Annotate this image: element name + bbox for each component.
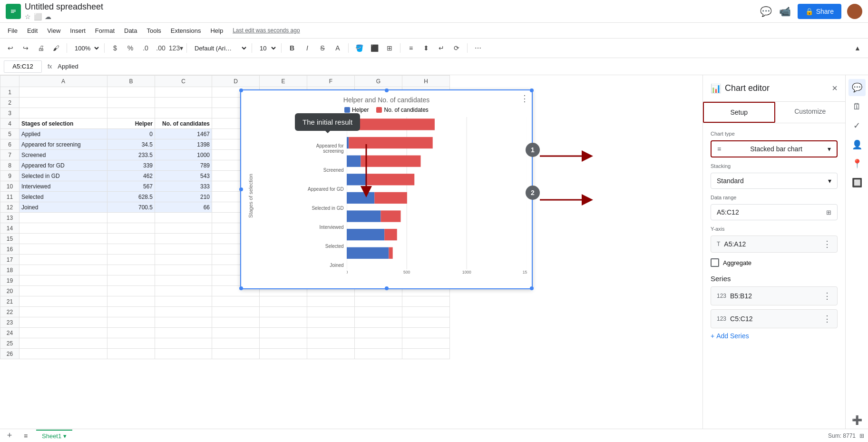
row-header-19[interactable]: 19 — [0, 275, 20, 286]
cell-19-C[interactable] — [155, 275, 212, 286]
menu-data[interactable]: Data — [120, 25, 141, 36]
cell-26-B[interactable] — [107, 349, 155, 359]
cell-25-C[interactable] — [155, 338, 212, 349]
paint-format-button[interactable]: 🖌 — [49, 41, 63, 55]
sidebar-icon-apps[interactable]: 🔲 — [848, 174, 866, 191]
resize-handle-br[interactable] — [530, 286, 534, 290]
cell-1-B[interactable] — [107, 87, 155, 98]
col-header-A[interactable]: A — [20, 76, 107, 87]
chart-type-dropdown[interactable]: ≡ Stacked bar chart ▾ — [711, 140, 838, 157]
cell-24-H[interactable] — [402, 328, 450, 338]
menu-insert[interactable]: Insert — [66, 25, 89, 36]
cell-3-A[interactable] — [20, 108, 107, 118]
series-0-menu-icon[interactable]: ⋮ — [823, 291, 831, 301]
cell-17-B[interactable] — [107, 255, 155, 265]
row-header-12[interactable]: 12 — [0, 202, 20, 213]
text-color-button[interactable]: A — [331, 41, 344, 55]
percent-button[interactable]: % — [124, 41, 137, 55]
cell-21-G[interactable] — [355, 296, 402, 307]
menu-view[interactable]: View — [43, 25, 64, 36]
cell-23-G[interactable] — [355, 317, 402, 328]
cell-2-A[interactable] — [20, 98, 107, 108]
row-header-26[interactable]: 26 — [0, 349, 20, 359]
cell-26-A[interactable] — [20, 349, 107, 359]
cell-14-A[interactable] — [20, 223, 107, 234]
cell-7-A[interactable]: Screened — [20, 150, 107, 160]
cell-16-C[interactable] — [155, 244, 212, 255]
col-header-G[interactable]: G — [355, 76, 402, 87]
comments-icon[interactable]: 💬 — [760, 5, 773, 18]
cell-21-E[interactable] — [260, 296, 307, 307]
more-button[interactable]: ⋯ — [471, 41, 485, 55]
cell-19-A[interactable] — [20, 275, 107, 286]
cell-23-C[interactable] — [155, 317, 212, 328]
cell-11-A[interactable]: Selected — [20, 192, 107, 202]
row-header-15[interactable]: 15 — [0, 234, 20, 244]
cell-25-F[interactable] — [307, 338, 355, 349]
fill-color-button[interactable]: 🪣 — [352, 41, 366, 55]
cell-3-B[interactable] — [107, 108, 155, 118]
cell-22-A[interactable] — [20, 307, 107, 317]
y-axis-menu-icon[interactable]: ⋮ — [823, 239, 831, 249]
sidebar-icon-chat[interactable]: 💬 — [848, 79, 866, 96]
cell-25-G[interactable] — [355, 338, 402, 349]
menu-tools[interactable]: Tools — [143, 25, 165, 36]
cell-1-A[interactable] — [20, 87, 107, 98]
cell-4-B[interactable]: Helper — [107, 118, 155, 129]
cell-11-C[interactable]: 210 — [155, 192, 212, 202]
cell-24-F[interactable] — [307, 328, 355, 338]
cell-9-A[interactable]: Selected in GD — [20, 171, 107, 181]
cell-5-B[interactable]: 0 — [107, 129, 155, 139]
row-header-10[interactable]: 10 — [0, 181, 20, 192]
cell-13-C[interactable] — [155, 213, 212, 223]
cell-12-A[interactable]: Joined — [20, 202, 107, 213]
sidebar-icon-maps[interactable]: 📍 — [848, 155, 866, 172]
add-sheet-button[interactable]: + — [4, 430, 15, 442]
cell-25-E[interactable] — [260, 338, 307, 349]
cell-24-B[interactable] — [107, 328, 155, 338]
cell-21-D[interactable] — [212, 296, 260, 307]
row-header-2[interactable]: 2 — [0, 98, 20, 108]
aggregate-checkbox[interactable] — [711, 258, 719, 267]
col-header-F[interactable]: F — [307, 76, 355, 87]
cell-2-C[interactable] — [155, 98, 212, 108]
cell-10-B[interactable]: 567 — [107, 181, 155, 192]
wrap-button[interactable]: ↵ — [435, 41, 448, 55]
undo-button[interactable]: ↩ — [4, 41, 17, 55]
cell-19-B[interactable] — [107, 275, 155, 286]
valign-button[interactable]: ⬍ — [419, 41, 433, 55]
cell-23-F[interactable] — [307, 317, 355, 328]
row-header-1[interactable]: 1 — [0, 87, 20, 98]
cell-24-G[interactable] — [355, 328, 402, 338]
cell-15-C[interactable] — [155, 234, 212, 244]
cell-7-C[interactable]: 1000 — [155, 150, 212, 160]
decimal-down-button[interactable]: .0 — [139, 41, 152, 55]
cell-14-B[interactable] — [107, 223, 155, 234]
borders-button[interactable]: ⬛ — [368, 41, 381, 55]
cell-26-E[interactable] — [260, 349, 307, 359]
cell-22-C[interactable] — [155, 307, 212, 317]
resize-handle-tl[interactable] — [239, 88, 243, 92]
cell-21-B[interactable] — [107, 296, 155, 307]
cell-18-B[interactable] — [107, 265, 155, 275]
sheet-tab-sheet1[interactable]: Sheet1 ▾ — [36, 430, 72, 442]
redo-button[interactable]: ↪ — [19, 41, 32, 55]
cell-4-C[interactable]: No. of candidates — [155, 118, 212, 129]
cell-23-E[interactable] — [260, 317, 307, 328]
cell-1-C[interactable] — [155, 87, 212, 98]
rotate-button[interactable]: ⟳ — [450, 41, 463, 55]
sidebar-icon-calendar[interactable]: 🗓 — [848, 98, 866, 115]
row-header-21[interactable]: 21 — [0, 296, 20, 307]
print-button[interactable]: 🖨 — [34, 41, 48, 55]
folder-icon[interactable]: ⬜ — [34, 13, 42, 20]
italic-button[interactable]: I — [301, 41, 314, 55]
more-formats-button[interactable]: 123▾ — [169, 41, 183, 55]
cell-22-F[interactable] — [307, 307, 355, 317]
cell-21-C[interactable] — [155, 296, 212, 307]
formula-input[interactable] — [58, 60, 864, 73]
row-header-20[interactable]: 20 — [0, 286, 20, 296]
cell-26-G[interactable] — [355, 349, 402, 359]
col-header-D[interactable]: D — [212, 76, 260, 87]
cell-6-A[interactable]: Appeared for screening — [20, 139, 107, 150]
cell-22-G[interactable] — [355, 307, 402, 317]
